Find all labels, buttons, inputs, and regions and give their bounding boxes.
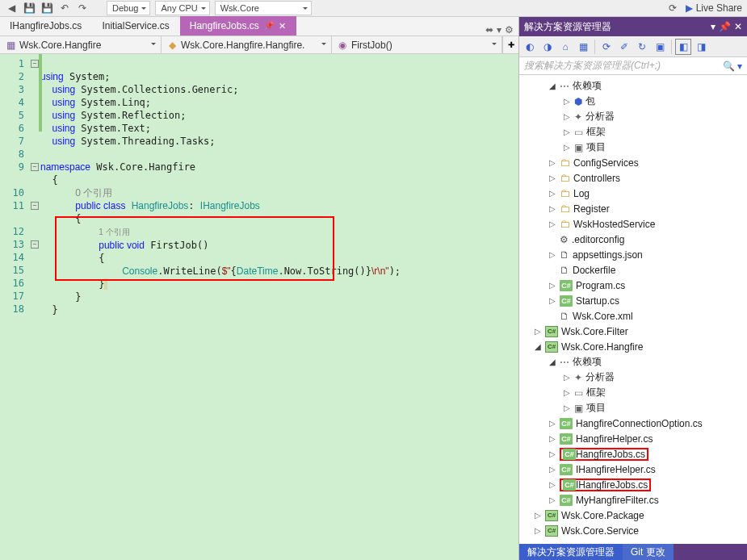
back-icon[interactable]: ◐ (522, 39, 538, 55)
pin-icon[interactable]: 📌 (719, 21, 731, 32)
overflow-icon[interactable]: ⬌ (485, 24, 493, 36)
line-number-gutter: 123456789 1011 12131415161718 (0, 54, 29, 560)
fold-toggle[interactable]: − (31, 240, 39, 249)
tree-node[interactable]: ▷🗀 WskHostedService (519, 216, 747, 232)
tree-node[interactable]: ◢⋯ 依赖项 (519, 354, 747, 370)
editor-tab-strip: IHangfireJobs.cs InitialService.cs Hangf… (0, 17, 518, 36)
platform-combo[interactable]: Any CPU (155, 1, 209, 15)
close-icon[interactable]: ✕ (734, 21, 742, 32)
fwd-icon[interactable]: ◑ (539, 39, 556, 55)
tab-hangfirejobs[interactable]: HangfireJobs.cs📌✕ (180, 16, 296, 36)
method-icon: ◉ (337, 40, 348, 51)
tree-node[interactable]: ▷C# Program.cs (519, 278, 747, 293)
tree-node[interactable]: ▷▭ 框架 (519, 124, 747, 140)
save-icon[interactable]: 💾 (23, 2, 36, 15)
codelens-refs[interactable]: 1 个引用 (99, 228, 129, 236)
tree-node[interactable]: ▷C# Startup.cs (519, 293, 747, 308)
collapse-icon[interactable]: ▣ (652, 39, 668, 55)
properties-icon[interactable]: ◨ (693, 39, 709, 55)
tab-ihangfirejobs[interactable]: IHangfireJobs.cs (0, 16, 92, 36)
tree-node[interactable]: ▷C# IHangfireHelper.cs (519, 462, 747, 477)
pending-icon[interactable]: ✐ (616, 39, 632, 55)
tree-node[interactable]: ▷✦ 分析器 (519, 109, 747, 124)
tree-node[interactable]: ▷🗀 Register (519, 201, 747, 216)
project-combo[interactable]: Wsk.Core (215, 1, 312, 15)
fold-toggle[interactable]: − (31, 163, 39, 171)
solution-explorer-title: 解决方案资源管理器 ▾📌✕ (519, 17, 747, 36)
sync-icon[interactable]: ⟳ (598, 39, 615, 55)
explorer-toolbar: ◐ ◑ ⌂ ▦ ⟳ ✐ ↻ ▣ ◧ ◨ (519, 36, 747, 57)
pin-icon[interactable]: 📌 (264, 16, 274, 36)
tree-node[interactable]: ▷C# Wsk.Core.Service (519, 523, 747, 538)
config-combo[interactable]: Debug (107, 1, 150, 15)
tab-git-changes[interactable]: Git 更改 (623, 544, 674, 560)
search-icon[interactable]: 🔍 ▾ (723, 61, 742, 72)
explorer-search[interactable]: 搜索解决方案资源管理器(Ctrl+;) 🔍 ▾ (519, 57, 747, 75)
codelens-refs[interactable]: 0 个引用 (75, 187, 112, 199)
browser-link-icon[interactable]: ⟳ (666, 2, 679, 15)
editor-pane: IHangfireJobs.cs InitialService.cs Hangf… (0, 17, 519, 560)
project-icon: ▦ (5, 40, 16, 51)
dropdown-icon[interactable]: ▾ (711, 21, 716, 32)
namespace-dropdown[interactable]: ▦Wsk.Core.Hangfire (0, 36, 162, 53)
home-icon[interactable]: ⌂ (557, 39, 573, 55)
method-dropdown[interactable]: ◉FirstJob() (332, 36, 502, 53)
main-toolbar: ◀ 💾 💾 ↶ ↷ Debug Any CPU Wsk.Core ⟳ ▶Live… (0, 0, 747, 17)
class-icon: ◆ (166, 40, 178, 51)
navigation-bar: ▦Wsk.Core.Hangfire ◆Wsk.Core.Hangfire.Ha… (0, 36, 518, 54)
solution-tree[interactable]: ◢⋯ 依赖项▷⬢ 包▷✦ 分析器▷▭ 框架▷▣ 项目▷🗀 ConfigServi… (519, 75, 747, 544)
class-dropdown[interactable]: ◆Wsk.Core.Hangfire.Hangfire. (162, 36, 332, 53)
fold-toggle[interactable]: − (31, 60, 39, 68)
fold-toggle[interactable]: − (31, 202, 39, 210)
tab-solution-explorer[interactable]: 解决方案资源管理器 (519, 544, 623, 560)
tree-node[interactable]: ▷▣ 项目 (519, 400, 747, 416)
tree-node[interactable]: ▷🗀 Log (519, 186, 747, 201)
nav-back-icon[interactable]: ◀ (5, 2, 18, 15)
redo-icon[interactable]: ↷ (76, 2, 89, 15)
tree-node[interactable]: ▷C# HangfireHelper.cs (519, 431, 747, 446)
save-all-icon[interactable]: 💾 (40, 2, 53, 15)
tree-node[interactable]: ▷🗀 ConfigServices (519, 155, 747, 170)
refresh-icon[interactable]: ↻ (634, 39, 650, 55)
tree-node[interactable]: ◢C# Wsk.Core.Hangfire (519, 339, 747, 354)
solution-explorer: 解决方案资源管理器 ▾📌✕ ◐ ◑ ⌂ ▦ ⟳ ✐ ↻ ▣ ◧ ◨ 搜索解决方案… (519, 17, 747, 560)
tree-node[interactable]: ⚙ .editorconfig (519, 232, 747, 247)
tree-node[interactable]: ▷▣ 项目 (519, 140, 747, 155)
tree-node[interactable]: ▷✦ 分析器 (519, 370, 747, 385)
tree-node[interactable]: ▷▭ 框架 (519, 385, 747, 400)
code-editor[interactable]: 123456789 1011 12131415161718 − − − − us… (0, 54, 518, 560)
tree-node[interactable]: ▷C# Wsk.Core.Package (519, 508, 747, 523)
undo-icon[interactable]: ↶ (58, 2, 71, 15)
tree-node[interactable]: ▷🗀 Controllers (519, 170, 747, 186)
tree-node[interactable]: ▷🗋 appsettings.json (519, 247, 747, 262)
switch-view-icon[interactable]: ▦ (575, 39, 591, 55)
tree-node[interactable]: ▷C# IHangfireJobs.cs (519, 477, 747, 492)
tree-node[interactable]: ▷C# Wsk.Core.Filter (519, 324, 747, 339)
tree-node[interactable]: 🗋 Dockerfile (519, 262, 747, 278)
tree-node[interactable]: ▷C# MyHangfireFilter.cs (519, 492, 747, 508)
live-share-button[interactable]: ▶Live Share (686, 2, 742, 14)
dropdown-icon[interactable]: ▾ (497, 24, 501, 36)
tab-initialservice[interactable]: InitialService.cs (92, 16, 179, 36)
tree-node[interactable]: 🗋 Wsk.Core.xml (519, 308, 747, 324)
close-icon[interactable]: ✕ (279, 16, 286, 36)
tree-node[interactable]: ▷C# HangfireConnectionOption.cs (519, 416, 747, 431)
tree-node[interactable]: ◢⋯ 依赖项 (519, 78, 747, 94)
split-icon[interactable]: ✚ (508, 40, 514, 49)
tree-node[interactable]: ▷⬢ 包 (519, 94, 747, 109)
options-icon[interactable]: ⚙ (505, 24, 514, 36)
show-all-icon[interactable]: ◧ (675, 39, 691, 55)
explorer-status-tabs: 解决方案资源管理器 Git 更改 (519, 544, 747, 560)
tree-node[interactable]: ▷C# HangfireJobs.cs (519, 446, 747, 462)
